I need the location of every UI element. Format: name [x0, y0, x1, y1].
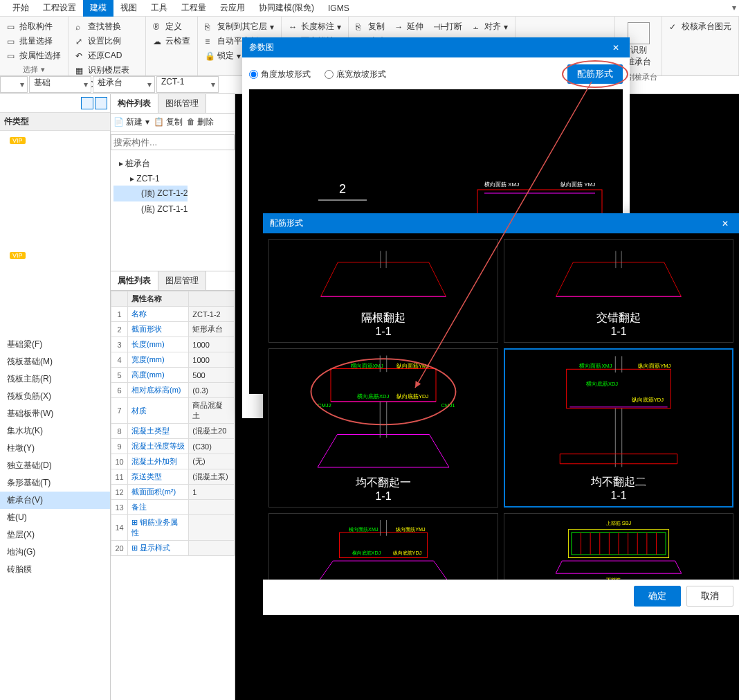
rb-define[interactable]: ®定义 — [150, 19, 193, 34]
cat-item[interactable]: 砖胎膜 — [0, 561, 110, 578]
check-icon: ✓ — [669, 22, 679, 32]
tree-item[interactable]: (底) ZCT-1-1 — [113, 201, 232, 217]
toggle-grid-icon[interactable] — [95, 97, 107, 109]
rebar-dialog-header[interactable]: 配筋形式 ✕ — [263, 213, 739, 233]
prop-row[interactable]: 2截面形状矩形承台 — [111, 322, 235, 337]
sel4[interactable]: ZCT-1 — [156, 76, 219, 93]
tab-drawings[interactable]: 图纸管理 — [158, 94, 206, 113]
rb-dim[interactable]: ↔长度标注 ▾ — [286, 19, 344, 34]
menu-model[interactable]: 建模 — [83, 0, 113, 17]
rebar-form-button[interactable]: 配筋形式 — [567, 64, 623, 84]
property-table: 属性名称 1名称ZCT-1-22截面形状矩形承台3长度(mm)10004宽度(m… — [111, 291, 235, 556]
cat-item[interactable]: 垫层(X) — [0, 526, 110, 544]
rb-extend[interactable]: →延伸 — [392, 19, 426, 34]
rebar-option[interactable]: 横向面筋XMJ 纵向面筋YMJ 横向底筋XDJ 纵向底筋YDJ — [268, 513, 498, 580]
prop-row[interactable]: 7材质商品混凝土 — [111, 398, 235, 424]
ok-button[interactable]: 确定 — [634, 586, 681, 607]
rb-label-select: 选择 ▾ — [4, 64, 64, 75]
prop-row[interactable]: 3长度(mm)1000 — [111, 337, 235, 352]
cat-item[interactable]: 柱墩(Y) — [0, 440, 110, 457]
rb-byprop[interactable]: ▭按属性选择 — [4, 48, 64, 63]
tree-item[interactable]: ▸ ZCT-1 — [113, 172, 232, 186]
rb-break[interactable]: ⊣⊢打断 — [430, 19, 465, 34]
menu-collab[interactable]: 协同建模(限免) — [252, 0, 321, 17]
close-icon[interactable]: ✕ — [609, 43, 623, 53]
prop-row[interactable]: 5高度(mm)500 — [111, 368, 235, 383]
cat-item[interactable]: 筏板负筋(X) — [0, 388, 110, 405]
rb-scale[interactable]: ⤢设置比例 — [73, 34, 141, 48]
rebar-option[interactable]: 横向面筋XMJ 纵向面筋YMJ 横向底筋XDJ 纵向底筋YDJ CMJ2 CMJ… — [268, 348, 498, 508]
prop-row[interactable]: 20⊞ 显示样式 — [111, 541, 235, 556]
mid-toolbar: 📄 新建 ▾ 📋 复制 🗑 删除 — [111, 114, 235, 132]
tb-new[interactable]: 📄 新建 ▾ — [113, 116, 149, 128]
rb-align[interactable]: ⫠对齐 ▾ — [469, 19, 511, 34]
rebar-option[interactable]: 隔根翻起1-1 — [268, 239, 498, 343]
sel3[interactable]: 桩承台 — [93, 76, 155, 93]
prop-row[interactable]: 9混凝土强度等级(C30) — [111, 439, 235, 454]
undo-icon: ↶ — [75, 51, 85, 61]
rb-copyfloor[interactable]: ⎘复制到其它层 ▾ — [202, 19, 277, 34]
cat-item[interactable]: 独立基础(D) — [0, 457, 110, 474]
rb-find[interactable]: ⌕查找替换 — [73, 19, 141, 34]
menu-qty[interactable]: 工程量 — [174, 0, 213, 17]
prop-row[interactable]: 14⊞ 钢筋业务属性 — [111, 515, 235, 541]
copy2-icon: ⎘ — [356, 22, 365, 32]
tab-components[interactable]: 构件列表 — [111, 94, 158, 113]
close-icon[interactable]: ✕ — [718, 219, 732, 228]
tab-layers[interactable]: 图层管理 — [158, 271, 206, 290]
prop-row[interactable]: 4宽度(mm)1000 — [111, 352, 235, 368]
rb-verify[interactable]: ✓校核承台图元 — [666, 19, 734, 34]
prop-row[interactable]: 1名称ZCT-1-2 — [111, 307, 235, 322]
tab-props[interactable]: 属性列表 — [111, 271, 158, 290]
tb-copy[interactable]: 📋 复制 — [154, 116, 183, 128]
rb-pick[interactable]: ▭拾取构件 — [4, 19, 64, 34]
search-icon: ⌕ — [75, 22, 85, 32]
cat-item[interactable]: 筏板主筋(R) — [0, 370, 110, 388]
prop-row[interactable]: 13备注 — [111, 500, 235, 515]
rebar-option[interactable]: 上部筋 SBJ 下部筋 1-1 — [504, 513, 733, 580]
option-caption: 均不翻起二1-1 — [505, 475, 732, 502]
prop-row[interactable]: 11泵送类型(混凝土泵) — [111, 469, 235, 485]
svg-text:横向底筋XDJ: 横向底筋XDJ — [352, 550, 381, 556]
search-input[interactable] — [111, 134, 235, 150]
radio-angle[interactable]: 角度放坡形式 — [249, 69, 311, 80]
prop-row[interactable]: 12截面面积(m²)1 — [111, 485, 235, 500]
rebar-option[interactable]: 交错翻起1-1 — [504, 239, 733, 343]
param-dialog-header[interactable]: 参数图 ✕ — [242, 37, 630, 57]
tree-item[interactable]: (顶) ZCT-1-2 — [113, 186, 188, 201]
cat-item[interactable]: 集水坑(K) — [0, 422, 110, 440]
tb-del[interactable]: 🗑 删除 — [187, 116, 214, 128]
property-panel: 属性列表 图层管理 属性名称 1名称ZCT-1-22截面形状矩形承台3长度(mm… — [111, 271, 235, 700]
menu-proj[interactable]: 工程设置 — [36, 0, 83, 17]
cat-item[interactable]: 基础梁(F) — [0, 336, 110, 353]
rb-copy[interactable]: ⎘复制 — [353, 19, 387, 34]
rb-batch[interactable]: ▭批量选择 — [4, 34, 64, 48]
menu-cloud[interactable]: 云应用 — [213, 0, 252, 17]
rb-restore[interactable]: ↶还原CAD — [73, 48, 141, 63]
extend-icon: → — [394, 22, 404, 32]
radio-width[interactable]: 底宽放坡形式 — [325, 69, 386, 80]
tree-item[interactable]: ▸ 桩承台 — [113, 156, 232, 172]
rb-floortbl[interactable]: ▦识别楼层表 — [73, 63, 141, 78]
prop-row[interactable]: 6相对底标高(m)(0.3) — [111, 383, 235, 398]
cat-item[interactable]: 桩(U) — [0, 509, 110, 526]
toggle-list-icon[interactable] — [81, 97, 93, 109]
cat-item[interactable]: 筏板基础(M) — [0, 353, 110, 370]
sel1[interactable] — [0, 76, 28, 93]
rb-cloudchk[interactable]: ☁云检查 — [150, 34, 193, 48]
sel2[interactable]: 基础 — [29, 76, 91, 93]
prop-row[interactable]: 8混凝土类型(混凝土20 — [111, 424, 235, 439]
menu-igms[interactable]: IGMS — [321, 1, 356, 16]
cat-item[interactable]: 地沟(G) — [0, 544, 110, 561]
prop-row[interactable]: 10混凝土外加剂(无) — [111, 454, 235, 469]
cancel-button[interactable]: 取消 — [686, 586, 733, 607]
cat-item[interactable]: 基础板带(W) — [0, 405, 110, 422]
menu-start[interactable]: 开始 — [6, 0, 36, 17]
cat-item[interactable]: 桩承台(V) — [0, 492, 110, 509]
rebar-option[interactable]: 横向面筋XMJ 纵向面筋YMJ 横向底筋XDJ 纵向底筋YDJ 均不翻起二1-1 — [504, 348, 733, 508]
cat-item[interactable]: 条形基础(T) — [0, 474, 110, 492]
align-icon: ⫠ — [472, 22, 482, 32]
menu-tools[interactable]: 工具 — [144, 0, 174, 17]
menu-view[interactable]: 视图 — [113, 0, 144, 17]
vip-badge2: VIP — [10, 252, 26, 259]
